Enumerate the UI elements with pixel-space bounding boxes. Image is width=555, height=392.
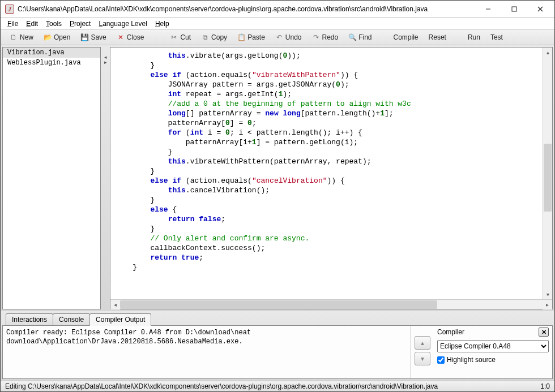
tab-compiler-output[interactable]: Compiler Output — [89, 313, 151, 326]
undo-button[interactable]: ↶Undo — [272, 32, 309, 42]
next-error-button[interactable]: ▼ — [415, 352, 430, 365]
app-icon: J — [5, 5, 14, 14]
svg-rect-1 — [512, 7, 516, 11]
cut-button[interactable]: ✂Cut — [166, 32, 198, 42]
new-icon: 🗋 — [10, 33, 18, 41]
status-path: Editing C:\Users\kana\AppData\Local\Inte… — [5, 382, 438, 390]
undo-icon: ↶ — [275, 33, 283, 41]
horizontal-scrollbar[interactable]: ◂ ▸ — [110, 299, 552, 309]
compiler-output-text: Compiler ready: Eclipse Compiler 0.A48 f… — [3, 326, 411, 378]
menubar: File Edit Tools Project Language Level H… — [1, 18, 554, 29]
tab-interactions[interactable]: Interactions — [6, 313, 53, 325]
menu-tools[interactable]: Tools — [44, 19, 64, 29]
menu-language-level[interactable]: Language Level — [96, 19, 149, 29]
vertical-scrollbar[interactable]: ▴ ▾ — [543, 48, 552, 299]
window-title: C:\Users\kana\AppData\Local\Intel\XDK\xd… — [18, 5, 475, 13]
find-button[interactable]: 🔍Find — [345, 32, 378, 42]
compile-button[interactable]: Compile — [390, 32, 425, 42]
open-button[interactable]: 📂Open — [40, 32, 77, 42]
cut-icon: ✂ — [170, 33, 178, 41]
titlebar: J C:\Users\kana\AppData\Local\Intel\XDK\… — [1, 1, 554, 18]
scroll-up-icon[interactable]: ▴ — [543, 48, 552, 57]
compiler-output-panel: Compiler ready: Eclipse Compiler 0.A48 f… — [2, 325, 553, 379]
status-position: 1:0 — [540, 382, 550, 390]
statusbar: Editing C:\Users\kana\AppData\Local\Inte… — [1, 381, 554, 391]
compiler-sidebar: ▲ ▼ Compiler ✕ Eclipse Compiler 0.A48 Hi… — [411, 326, 552, 378]
highlight-source-checkbox[interactable]: Highlight source — [437, 356, 549, 364]
highlight-source-input[interactable] — [437, 356, 445, 364]
compiler-label: Compiler — [437, 328, 464, 336]
tab-console[interactable]: Console — [53, 313, 90, 325]
chevron-right-icon: ▸ — [104, 60, 107, 65]
new-button[interactable]: 🗋New — [6, 32, 40, 42]
prev-error-button[interactable]: ▲ — [415, 336, 430, 350]
paste-button[interactable]: 📋Paste — [234, 32, 272, 42]
scroll-right-icon[interactable]: ▸ — [543, 300, 552, 309]
main-area: Vibration.java WeblessPlugin.java ◂ ▸ th… — [1, 45, 554, 311]
menu-edit[interactable]: Edit — [24, 19, 40, 29]
splitter[interactable]: ◂ ▸ — [103, 47, 108, 309]
redo-icon: ↷ — [312, 33, 320, 41]
test-button[interactable]: Test — [487, 32, 510, 42]
paste-icon: 📋 — [237, 33, 245, 41]
close-panel-button[interactable]: ✕ — [539, 328, 549, 337]
close-window-button[interactable] — [527, 1, 553, 18]
scroll-thumb[interactable] — [544, 144, 552, 212]
toolbar: 🗋New 📂Open 💾Save ✕Close ✂Cut ⧉Copy 📋Past… — [1, 29, 554, 45]
copy-icon: ⧉ — [201, 33, 209, 41]
compiler-select[interactable]: Eclipse Compiler 0.A48 — [437, 340, 549, 352]
scroll-down-icon[interactable]: ▾ — [543, 290, 552, 299]
menu-file[interactable]: File — [5, 19, 20, 29]
code-editor[interactable]: this.vibrate(args.getLong(0)); } else if… — [110, 48, 552, 299]
menu-help[interactable]: Help — [153, 19, 172, 29]
close-button[interactable]: ✕Close — [113, 32, 151, 42]
menu-project[interactable]: Project — [67, 19, 93, 29]
find-icon: 🔍 — [348, 33, 356, 41]
scroll-left-icon[interactable]: ◂ — [110, 300, 120, 309]
close-icon: ✕ — [117, 33, 125, 41]
redo-button[interactable]: ↷Redo — [309, 32, 345, 42]
bottom-section: Interactions Console Compiler Output Com… — [1, 311, 554, 381]
copy-button[interactable]: ⧉Copy — [198, 32, 234, 42]
file-tab[interactable]: WeblessPlugin.java — [3, 58, 100, 68]
scroll-thumb[interactable] — [120, 300, 437, 309]
run-button[interactable]: Run — [464, 32, 487, 42]
editor-pane: this.vibrate(args.getLong(0)); } else if… — [110, 47, 553, 309]
bottom-tabs: Interactions Console Compiler Output — [2, 311, 553, 325]
maximize-button[interactable] — [501, 1, 527, 18]
minimize-button[interactable] — [475, 1, 501, 18]
file-tab[interactable]: Vibration.java — [3, 48, 100, 58]
open-icon: 📂 — [44, 33, 52, 41]
file-list-pane: Vibration.java WeblessPlugin.java — [2, 47, 101, 309]
save-button[interactable]: 💾Save — [77, 32, 113, 42]
reset-button[interactable]: Reset — [425, 32, 453, 42]
save-icon: 💾 — [80, 33, 88, 41]
